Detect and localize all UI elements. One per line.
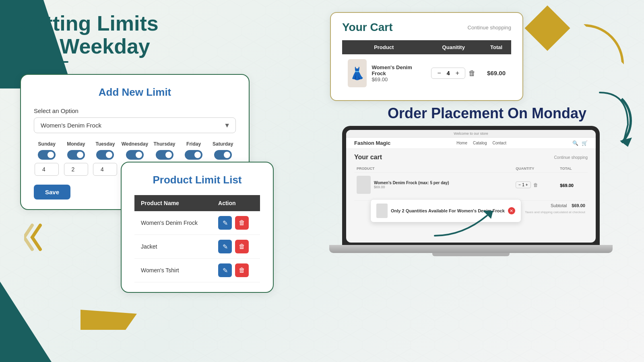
cart-item-row: 👗 Women's Denim Frock $69.00 − bbox=[342, 54, 511, 92]
day-label-thursday: Thursday bbox=[154, 141, 175, 147]
input-tuesday[interactable] bbox=[93, 163, 117, 176]
laptop-stand bbox=[432, 253, 510, 256]
delete-button-2[interactable]: 🗑 bbox=[235, 240, 249, 253]
table-row: Women's Denim Frock ✎ 🗑 bbox=[134, 211, 260, 235]
product-image: 👗 bbox=[348, 59, 367, 87]
day-label-saturday: Saturday bbox=[213, 141, 233, 147]
product-name-cell: Jacket bbox=[134, 235, 212, 259]
delete-button-1[interactable]: 🗑 bbox=[235, 216, 249, 230]
day-label-sunday: Sunday bbox=[38, 141, 56, 147]
toggle-monday[interactable] bbox=[67, 150, 85, 160]
store-navbar: Fashion Magic Home Catalog Contact 🔍 🛒 bbox=[346, 138, 596, 149]
qty-value: 4 bbox=[444, 70, 452, 76]
store-cart-heading: Your cart bbox=[354, 154, 382, 161]
action-buttons: ✎ 🗑 bbox=[218, 263, 254, 277]
toggle-tuesday[interactable] bbox=[96, 150, 114, 160]
day-label-wednesday: Wednesday bbox=[122, 141, 148, 147]
toggle-thursday[interactable] bbox=[156, 150, 173, 160]
continue-shopping-link[interactable]: Continue shopping bbox=[468, 25, 511, 31]
cart-item-total: $69.00 bbox=[487, 70, 506, 76]
table-row: Jacket ✎ 🗑 bbox=[134, 235, 260, 259]
your-cart-card: Your Cart Continue shopping Product Quan… bbox=[330, 12, 523, 101]
store-product-image bbox=[357, 176, 371, 194]
delete-button-3[interactable]: 🗑 bbox=[235, 263, 249, 277]
nav-contact[interactable]: Contact bbox=[492, 141, 506, 145]
store-cart-table: PRODUCT QUANTITY TOTAL bbox=[354, 165, 588, 197]
order-placement-title: Order Placement On Monday bbox=[388, 105, 586, 122]
day-label-friday: Friday bbox=[186, 141, 201, 147]
store-trash-icon[interactable]: 🗑 bbox=[533, 182, 538, 188]
store-qty-plus[interactable]: + bbox=[526, 183, 528, 187]
curved-arrow-down bbox=[592, 84, 640, 150]
col-product-name: Product Name bbox=[134, 195, 212, 211]
product-limit-list-title: Product Limit List bbox=[134, 174, 260, 186]
store-qty-cell: − 1 + 🗑 bbox=[516, 181, 555, 188]
product-limit-list-card: Product Limit List Product Name Action W… bbox=[121, 162, 274, 293]
nav-catalog[interactable]: Catalog bbox=[473, 141, 487, 145]
qty-increase-button[interactable]: + bbox=[454, 70, 461, 77]
toggle-sunday[interactable] bbox=[38, 150, 56, 160]
store-qty-minus[interactable]: − bbox=[518, 183, 521, 187]
store-nav-links: Home Catalog Contact bbox=[456, 141, 506, 145]
tooltip-close-button[interactable]: ✕ bbox=[508, 207, 515, 214]
day-tuesday: Tuesday bbox=[92, 141, 118, 176]
day-sunday: Sunday bbox=[34, 141, 60, 176]
store-qty-value: 1 bbox=[522, 183, 524, 187]
cart-title: Your Cart bbox=[342, 21, 393, 34]
store-cart-title-row: Your cart Continue shopping bbox=[354, 154, 588, 161]
product-limit-table: Product Name Action Women's Denim Frock … bbox=[134, 195, 260, 282]
cart-header: Your Cart Continue shopping bbox=[342, 21, 511, 34]
svg-marker-0 bbox=[620, 138, 632, 147]
store-col-product: PRODUCT bbox=[354, 165, 513, 173]
cart-col-total: Total bbox=[481, 40, 511, 54]
save-button[interactable]: Save bbox=[34, 185, 70, 200]
product-info: 👗 Women's Denim Frock $69.00 bbox=[348, 59, 420, 87]
cart-table: Product Quanitity Total 👗 Women's Denim … bbox=[342, 40, 511, 92]
store-col-quantity: QUANTITY bbox=[513, 165, 557, 173]
store-subtotal-label: Subtotal bbox=[551, 203, 567, 208]
title-underline bbox=[20, 61, 68, 63]
product-select[interactable]: Women's Denim Frock Jacket Women's Tshir… bbox=[34, 117, 236, 133]
store-continue-link[interactable]: Continue shopping bbox=[554, 155, 588, 160]
day-label-monday: Monday bbox=[67, 141, 85, 147]
curved-arrow-to-laptop bbox=[431, 204, 495, 253]
edit-button-3[interactable]: ✎ bbox=[218, 263, 232, 277]
toggle-wednesday[interactable] bbox=[126, 150, 144, 160]
trash-icon[interactable]: 🗑 bbox=[469, 69, 476, 78]
store-header-icons: 🔍 🛒 bbox=[572, 140, 588, 146]
cart-col-product: Product bbox=[342, 40, 425, 54]
right-column: Your Cart Continue shopping Product Quan… bbox=[314, 12, 628, 350]
store-product-cell: Women's Denim Frock (max: 5 per day) $69… bbox=[357, 176, 511, 194]
product-name: Women's Denim Frock bbox=[372, 64, 420, 76]
left-column: Setting Limits Per Weekday Add New Limit… bbox=[16, 12, 298, 350]
store-product-details: Women's Denim Frock (max: 5 per day) $69… bbox=[374, 181, 449, 189]
store-cart-row: Women's Denim Frock (max: 5 per day) $69… bbox=[354, 173, 588, 197]
input-sunday[interactable] bbox=[35, 163, 59, 176]
store-product-name: Women's Denim Frock (max: 5 per day) bbox=[374, 181, 449, 185]
store-topbar: Welcome to our store bbox=[346, 130, 596, 138]
toggle-friday[interactable] bbox=[185, 150, 202, 160]
input-monday[interactable] bbox=[64, 163, 88, 176]
day-monday: Monday bbox=[63, 141, 89, 176]
page-title: Setting Limits Per Weekday bbox=[20, 12, 298, 58]
action-buttons: ✎ 🗑 bbox=[218, 240, 254, 253]
product-select-wrapper: Women's Denim Frock Jacket Women's Tshir… bbox=[34, 117, 236, 133]
store-col-total: TOTAL bbox=[557, 165, 588, 173]
store-item-total: $69.00 bbox=[560, 183, 574, 188]
store-subtotal-value: $69.00 bbox=[572, 203, 585, 208]
store-qty-control: − 1 + bbox=[516, 181, 530, 188]
edit-button-2[interactable]: ✎ bbox=[218, 240, 232, 253]
product-name-cell: Women's Tshirt bbox=[134, 259, 212, 282]
select-label: Select an Option bbox=[34, 107, 236, 114]
cart-col-quantity: Quanitity bbox=[425, 40, 481, 54]
search-icon[interactable]: 🔍 bbox=[572, 140, 578, 146]
store-product-price: $69.00 bbox=[374, 185, 449, 189]
action-buttons: ✎ 🗑 bbox=[218, 216, 254, 230]
qty-decrease-button[interactable]: − bbox=[436, 70, 442, 77]
toggle-saturday[interactable] bbox=[214, 150, 232, 160]
cart-icon[interactable]: 🛒 bbox=[582, 140, 588, 146]
quantity-control: − 4 + bbox=[431, 68, 465, 79]
edit-button-1[interactable]: ✎ bbox=[218, 216, 232, 230]
nav-home[interactable]: Home bbox=[456, 141, 467, 145]
add-limit-title: Add New Limit bbox=[34, 86, 236, 99]
